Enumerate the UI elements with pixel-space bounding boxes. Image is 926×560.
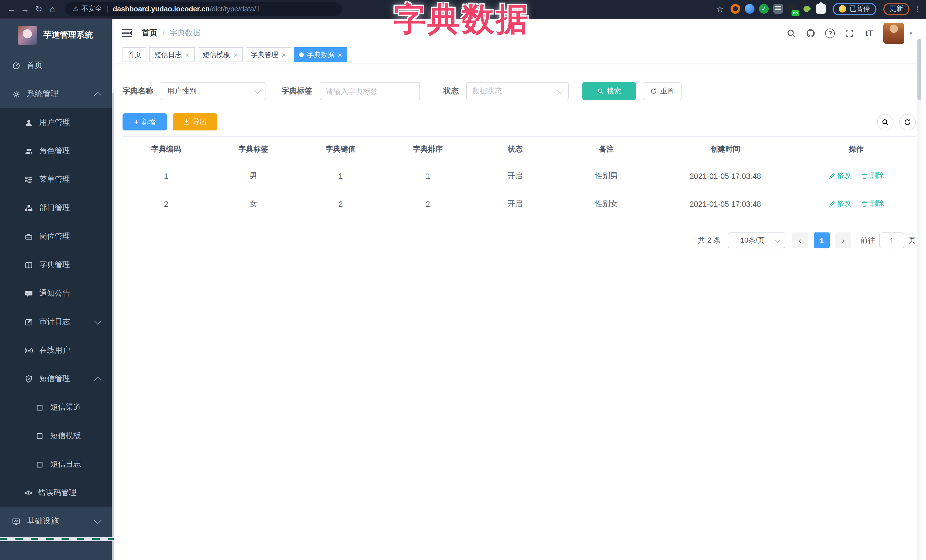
sidebar: 芋道管理系统 首页 系统管理 用户管理 角色管理 菜单管理 — [0, 19, 114, 560]
browser-menu-icon[interactable]: ⋮ — [914, 4, 921, 14]
download-icon — [183, 118, 190, 125]
fullscreen-icon[interactable] — [842, 26, 857, 41]
delete-link[interactable]: 删除 — [861, 171, 884, 181]
dict-name-select[interactable]: 用户性别 — [161, 82, 266, 100]
update-button[interactable]: 更新 — [883, 3, 909, 15]
square-icon — [35, 403, 44, 412]
dict-tag-input[interactable] — [326, 87, 414, 95]
sidebar-item-role-management[interactable]: 角色管理 — [0, 137, 114, 165]
sidebar-item-notice[interactable]: 通知公告 — [0, 279, 114, 308]
page-scrollbar[interactable] — [917, 38, 921, 560]
book-icon — [24, 261, 33, 269]
header-search-icon[interactable] — [784, 26, 799, 41]
cell-remark: 性别女 — [559, 190, 654, 218]
tab-dict-management[interactable]: 字典管理 × — [246, 47, 291, 62]
breadcrumb-separator: / — [162, 29, 165, 37]
extension-icon-orange[interactable] — [731, 4, 740, 14]
cell-dict-sort: 1 — [384, 162, 472, 190]
sidebar-item-sms-template[interactable]: 短信模板 — [0, 421, 114, 450]
sidebar-item-home[interactable]: 首页 — [0, 51, 114, 80]
pencil-icon — [828, 201, 835, 207]
edit-link[interactable]: 修改 — [828, 171, 851, 181]
cell-remark: 性别男 — [559, 162, 654, 190]
tab-sms-template[interactable]: 短信模板 × — [197, 47, 243, 62]
extension-icon-on[interactable]: on — [788, 4, 797, 14]
list-icon — [24, 175, 33, 184]
goto-page-input[interactable] — [879, 232, 904, 248]
back-icon[interactable]: ← — [5, 2, 18, 16]
extension-icon-plant[interactable] — [802, 4, 811, 14]
search-button[interactable]: 搜索 — [583, 82, 636, 100]
paused-badge[interactable]: 已暂停 — [832, 3, 876, 15]
sidebar-item-online-users[interactable]: 在线用户 — [0, 336, 114, 365]
sidebar-item-label: 角色管理 — [39, 146, 70, 156]
plus-icon: + — [134, 118, 138, 126]
sidebar-item-sms-log[interactable]: 短信日志 — [0, 450, 114, 478]
page-size-select[interactable]: 10条/页 — [728, 232, 785, 248]
sidebar-scrollbar[interactable] — [112, 19, 114, 560]
reset-button[interactable]: 重置 — [643, 82, 682, 100]
sidebar-item-infrastructure[interactable]: 基础设施 — [0, 507, 114, 536]
sidebar-submenu-system: 用户管理 角色管理 菜单管理 部门管理 岗位管理 字典管理 — [0, 108, 114, 507]
delete-link[interactable]: 删除 — [861, 199, 884, 209]
reload-icon[interactable]: ↻ — [32, 2, 45, 16]
page-scrollbar-thumb[interactable] — [917, 39, 921, 100]
sidebar-item-sms-channel[interactable]: 短信渠道 — [0, 393, 114, 421]
edit-link[interactable]: 修改 — [828, 199, 851, 209]
accent-line — [0, 18, 926, 19]
refresh-table-button[interactable] — [899, 114, 916, 130]
add-button[interactable]: + 新增 — [123, 113, 167, 130]
sidebar-item-dept-management[interactable]: 部门管理 — [0, 194, 114, 222]
close-icon[interactable]: × — [185, 51, 189, 58]
cell-status: 开启 — [472, 162, 559, 190]
chevron-up-icon — [94, 92, 101, 99]
sidebar-item-sms-management[interactable]: 短信管理 — [0, 365, 114, 393]
extension-icon-blue[interactable] — [745, 4, 755, 14]
sidebar-item-menu-management[interactable]: 菜单管理 — [0, 165, 114, 194]
status-select[interactable]: 数据状态 — [466, 82, 569, 100]
sidebar-item-label: 岗位管理 — [39, 231, 70, 242]
github-icon[interactable] — [803, 26, 818, 41]
cell-dict-value: 1 — [297, 162, 384, 190]
tab-sms-log[interactable]: 短信日志 × — [149, 47, 195, 62]
extension-icon-slate[interactable] — [773, 4, 783, 14]
export-button[interactable]: 导出 — [172, 113, 217, 130]
extensions-puzzle-icon[interactable] — [816, 4, 826, 14]
home-icon[interactable]: ⌂ — [45, 2, 59, 16]
sidebar-scrollbar-thumb[interactable] — [112, 19, 114, 93]
close-icon[interactable]: × — [281, 51, 286, 58]
page-number-active[interactable]: 1 — [814, 232, 830, 248]
user-avatar[interactable] — [883, 23, 904, 44]
tab-label: 短信模板 — [203, 48, 230, 62]
sidebar-logo[interactable]: 芋道管理系统 — [0, 19, 114, 51]
emoji-face-icon — [839, 5, 846, 12]
org-tree-icon — [24, 204, 33, 212]
close-icon[interactable]: × — [233, 51, 238, 58]
avatar-caret-down-icon[interactable]: ▾ — [909, 30, 912, 36]
address-bar[interactable]: ⚠ 不安全 dashboard.yudao.iocoder.cn /dict/t… — [65, 2, 342, 16]
security-label[interactable]: 不安全 — [82, 4, 102, 14]
cell-create-time: 2021-01-05 17:03:48 — [654, 190, 797, 218]
sidebar-item-user-management[interactable]: 用户管理 — [0, 108, 114, 137]
sidebar-item-error-code[interactable]: </> 错误码管理 — [0, 478, 114, 507]
sidebar-collapse-icon[interactable] — [122, 29, 132, 37]
extension-icon-green-check[interactable]: ✓ — [759, 4, 769, 14]
sidebar-item-post-management[interactable]: 岗位管理 — [0, 222, 114, 251]
bookmark-star-icon[interactable]: ☆ — [716, 4, 724, 14]
breadcrumb-home[interactable]: 首页 — [142, 28, 157, 38]
font-size-icon[interactable]: tT — [862, 26, 876, 41]
tab-label: 字典管理 — [251, 48, 278, 62]
help-icon[interactable]: ? — [823, 26, 838, 41]
tab-dict-data[interactable]: 字典数据 × — [294, 47, 347, 62]
next-page-button[interactable]: › — [835, 232, 851, 248]
tab-home[interactable]: 首页 — [123, 47, 147, 62]
sidebar-item-dict-management[interactable]: 字典管理 — [0, 251, 114, 279]
sidebar-item-system-management[interactable]: 系统管理 — [0, 80, 114, 108]
sidebar-item-audit-log[interactable]: 审计日志 — [0, 308, 114, 336]
monitor-icon — [12, 517, 21, 525]
toggle-search-button[interactable] — [877, 114, 894, 130]
close-icon[interactable]: × — [338, 51, 342, 58]
forward-icon[interactable]: → — [18, 2, 32, 16]
prev-page-button[interactable]: ‹ — [792, 232, 808, 248]
edit-square-icon — [24, 318, 33, 326]
